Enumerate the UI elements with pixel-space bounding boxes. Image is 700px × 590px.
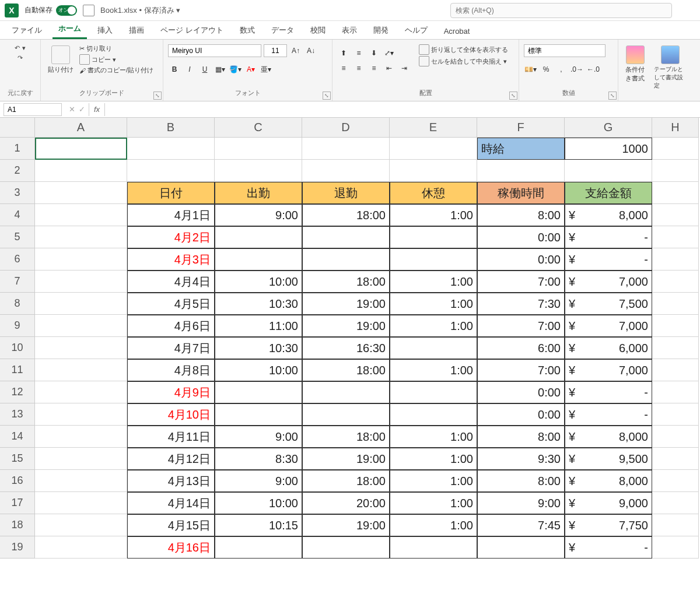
cell-in[interactable]: 10:30: [215, 293, 302, 315]
cell[interactable]: [652, 403, 699, 426]
cell-date[interactable]: 4月3日: [127, 248, 215, 271]
row-header-2[interactable]: 2: [0, 160, 35, 182]
fill-color-button[interactable]: 🪣▾: [229, 63, 242, 76]
cell-out[interactable]: 18:00: [302, 359, 390, 381]
cell-break[interactable]: 1:00: [390, 271, 477, 293]
copy-button[interactable]: コピー ▾: [79, 54, 153, 65]
cell-out[interactable]: [302, 403, 390, 426]
cell-work[interactable]: 9:00: [477, 492, 565, 514]
cell-pay[interactable]: ¥8,000: [565, 204, 652, 226]
row-header-4[interactable]: 4: [0, 204, 35, 226]
cell[interactable]: [652, 359, 699, 381]
cell[interactable]: [35, 226, 127, 248]
cell-in[interactable]: 10:00: [215, 271, 302, 293]
cell[interactable]: [652, 381, 699, 403]
header-break[interactable]: 休憩: [390, 182, 477, 204]
cell-in[interactable]: 10:00: [215, 359, 302, 381]
cell-date[interactable]: 4月8日: [127, 359, 215, 381]
cell-break[interactable]: 1:00: [390, 315, 477, 337]
cell-break[interactable]: [390, 403, 477, 426]
row-header-3[interactable]: 3: [0, 182, 35, 204]
cell[interactable]: [127, 138, 215, 160]
font-color-button[interactable]: A▾: [244, 63, 257, 76]
cell-jikyu-label[interactable]: 時給: [477, 138, 565, 160]
cell-in[interactable]: [215, 248, 302, 271]
tab-file[interactable]: ファイル: [6, 22, 48, 39]
font-launcher[interactable]: ⤡: [323, 92, 331, 100]
cell-out[interactable]: 19:00: [302, 514, 390, 536]
cell-out[interactable]: 19:00: [302, 448, 390, 470]
cell-break[interactable]: 1:00: [390, 470, 477, 492]
row-header-14[interactable]: 14: [0, 426, 35, 448]
col-header-E[interactable]: E: [390, 118, 477, 138]
indent-dec-button[interactable]: ⇤: [383, 62, 396, 75]
cell-work[interactable]: 9:30: [477, 448, 565, 470]
cell[interactable]: [652, 426, 699, 448]
cell[interactable]: [652, 293, 699, 315]
cell-in[interactable]: [215, 536, 302, 559]
cell-break[interactable]: [390, 226, 477, 248]
cell-A1[interactable]: [35, 138, 127, 160]
align-bottom-button[interactable]: ⬇: [368, 47, 380, 59]
tab-view[interactable]: 表示: [336, 22, 363, 39]
col-header-B[interactable]: B: [127, 118, 215, 138]
cell-in[interactable]: 10:00: [215, 492, 302, 514]
filename[interactable]: Book1.xlsx • 保存済み ▾: [100, 5, 180, 16]
cell-pay[interactable]: ¥7,750: [565, 514, 652, 536]
align-top-button[interactable]: ⬆: [337, 47, 350, 59]
font-size-select[interactable]: [264, 44, 287, 57]
cell[interactable]: [35, 359, 127, 381]
tab-insert[interactable]: 挿入: [92, 22, 118, 39]
cell-pay[interactable]: ¥8,000: [565, 426, 652, 448]
header-work[interactable]: 稼働時間: [477, 182, 565, 204]
format-painter-button[interactable]: 🖌 書式のコピー/貼り付け: [79, 66, 153, 75]
phonetic-button[interactable]: 亜▾: [260, 63, 272, 76]
cell[interactable]: [35, 536, 127, 559]
cell[interactable]: [652, 470, 699, 492]
cell[interactable]: [35, 248, 127, 271]
cell-pay[interactable]: ¥-: [565, 403, 652, 426]
cell-pay[interactable]: ¥7,000: [565, 271, 652, 293]
percent-button[interactable]: %: [540, 63, 552, 76]
cell-pay[interactable]: ¥-: [565, 248, 652, 271]
cell-date[interactable]: 4月7日: [127, 337, 215, 359]
cancel-formula-icon[interactable]: ✕: [69, 105, 75, 114]
cell-in[interactable]: [215, 403, 302, 426]
row-header-18[interactable]: 18: [0, 514, 35, 536]
row-header-17[interactable]: 17: [0, 492, 35, 514]
cell-out[interactable]: [302, 536, 390, 559]
paste-button[interactable]: 貼り付け: [46, 44, 76, 75]
cell[interactable]: [35, 448, 127, 470]
number-format-select[interactable]: [524, 44, 606, 57]
currency-button[interactable]: 💴▾: [524, 63, 537, 76]
cell[interactable]: [652, 315, 699, 337]
italic-button[interactable]: I: [183, 63, 196, 76]
borders-button[interactable]: ▦▾: [214, 63, 226, 76]
cell-in[interactable]: 9:00: [215, 426, 302, 448]
cell-out[interactable]: 18:00: [302, 271, 390, 293]
cell-work[interactable]: 8:00: [477, 204, 565, 226]
cell-pay[interactable]: ¥-: [565, 226, 652, 248]
align-left-button[interactable]: ≡: [337, 62, 350, 75]
search-input[interactable]: [450, 3, 672, 18]
cell-out[interactable]: [302, 248, 390, 271]
cell[interactable]: [652, 160, 699, 182]
number-launcher[interactable]: ⤡: [608, 92, 617, 100]
name-box[interactable]: [4, 103, 62, 116]
format-as-table-button[interactable]: テーブルとして書式設定: [652, 44, 690, 91]
cell[interactable]: [302, 138, 390, 160]
cell-work[interactable]: 7:45: [477, 514, 565, 536]
cell[interactable]: [477, 160, 565, 182]
tab-acrobat[interactable]: Acrobat: [438, 23, 476, 39]
tab-layout[interactable]: ページ レイアウト: [155, 22, 229, 39]
cell-out[interactable]: [302, 381, 390, 403]
indent-inc-button[interactable]: ⇥: [398, 62, 411, 75]
col-header-H[interactable]: H: [652, 118, 699, 138]
cell-break[interactable]: 1:00: [390, 426, 477, 448]
row-header-1[interactable]: 1: [0, 138, 35, 160]
cell-break[interactable]: 1:00: [390, 514, 477, 536]
cell[interactable]: [35, 426, 127, 448]
comma-button[interactable]: ,: [555, 63, 568, 76]
cell[interactable]: [127, 160, 215, 182]
row-header-12[interactable]: 12: [0, 381, 35, 403]
